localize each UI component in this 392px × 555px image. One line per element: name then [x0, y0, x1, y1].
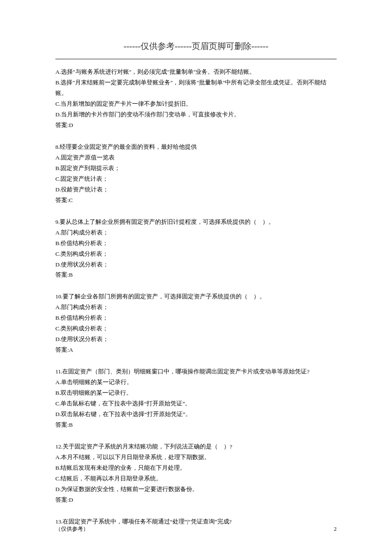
option-b: B.价值结构分析表； [55, 238, 337, 249]
option-d: D.当月新增的卡片作部门的变动不须作部门变动单，可直接修改卡片。 [55, 110, 337, 120]
option-a: A.选择"与账务系统进行对账"，则必须完成"批量制单"业务。否则不能结账。 [55, 67, 337, 78]
answer-line: 答案:D [55, 495, 337, 506]
question-block-carryover: A.选择"与账务系统进行对账"，则必须完成"批量制单"业务。否则不能结账。 B.… [55, 67, 337, 131]
question-stem: 12.关于固定资产子系统的月末结账功能，下列说法正确的是（ ）? [55, 442, 337, 452]
option-a: A.部门构成分析表； [55, 228, 337, 238]
option-b: B.双击明细账的某一记录行。 [55, 388, 337, 399]
question-block-12: 12.关于固定资产子系统的月末结账功能，下列说法正确的是（ ）? A.本月不结账… [55, 442, 337, 506]
option-b: B.固定资产到期提示表； [55, 163, 337, 174]
option-c: C.固定资产统计表； [55, 174, 337, 185]
answer-line: 答案:D [55, 120, 337, 131]
option-c: C.单击鼠标右键，在下拉表中选择“打开原始凭证”。 [55, 399, 337, 409]
answer-line: 答案:C [55, 195, 337, 206]
option-c: C.结账后，不能再以本月日期登录系统。 [55, 474, 337, 484]
option-d: D.为保证数据的安全性，结账前一定要进行数据备份。 [55, 484, 337, 495]
question-block-9: 9.要从总体上了解企业所拥有固定资产的折旧计提程度，可选择系统提供的（ ）。 A… [55, 217, 337, 281]
option-c: C.当月新增加的固定资产卡片一律不参加计提折旧。 [55, 99, 337, 110]
question-stem: 10.要了解企业各部门所拥有的固定资产，可选择固定资产子系统提供的（ ）。 [55, 292, 337, 302]
answer-line: 答案:B [55, 420, 337, 431]
question-stem: 9.要从总体上了解企业所拥有固定资产的折旧计提程度，可选择系统提供的（ ）。 [55, 217, 337, 228]
option-b: B.结账后发现有未处理的业务，只能在下月处理。 [55, 463, 337, 474]
footer-note: （仅供参考） [55, 524, 89, 534]
option-a: A.本月不结账，可以以下月日期登录系统，处理下期数据。 [55, 452, 337, 463]
page-footer: （仅供参考） 2 [55, 524, 337, 534]
option-a: A.固定资产原值一览表 [55, 153, 337, 163]
option-c: C.类别构成分析表； [55, 249, 337, 260]
option-d: D.使用状况分析表； [55, 260, 337, 270]
question-stem: 11.在固定资产（部门、类别）明细账窗口中，哪项操作能调出固定资产卡片或变动单等… [55, 367, 337, 377]
question-block-8: 8.经理要企业固定资产的最全面的资料，最好给他提供 A.固定资产原值一览表 B.… [55, 142, 337, 206]
answer-line: 答案:A [55, 345, 337, 356]
option-a: A.部门构成分析表； [55, 302, 337, 313]
page-number: 2 [334, 524, 337, 534]
header-divider [55, 59, 337, 59]
option-a: A.单击明细账的某一记录行。 [55, 377, 337, 388]
question-block-11: 11.在固定资产（部门、类别）明细账窗口中，哪项操作能调出固定资产卡片或变动单等… [55, 367, 337, 431]
option-d: D.使用状况分析表； [55, 334, 337, 345]
option-b: B.选择"月末结账前一定要完成制单登账业务"，则须将"批量制单"中所有记录全部生… [55, 78, 337, 99]
question-block-10: 10.要了解企业各部门所拥有的固定资产，可选择固定资产子系统提供的（ ）。 A.… [55, 292, 337, 356]
option-d: D.双击鼠标右键，在下拉表中选择“打开原始凭证”。 [55, 409, 337, 420]
document-page: ------仅供参考------页眉页脚可删除------ A.选择"与账务系统… [0, 0, 392, 555]
option-b: B.价值结构分析表； [55, 313, 337, 324]
page-header: ------仅供参考------页眉页脚可删除------ [55, 38, 337, 54]
option-c: C.类别构成分析表； [55, 324, 337, 334]
answer-line: 答案:B [55, 270, 337, 280]
option-d: D.役龄资产统计表； [55, 185, 337, 195]
question-stem: 8.经理要企业固定资产的最全面的资料，最好给他提供 [55, 142, 337, 153]
document-body: A.选择"与账务系统进行对账"，则必须完成"批量制单"业务。否则不能结账。 B.… [55, 67, 337, 527]
